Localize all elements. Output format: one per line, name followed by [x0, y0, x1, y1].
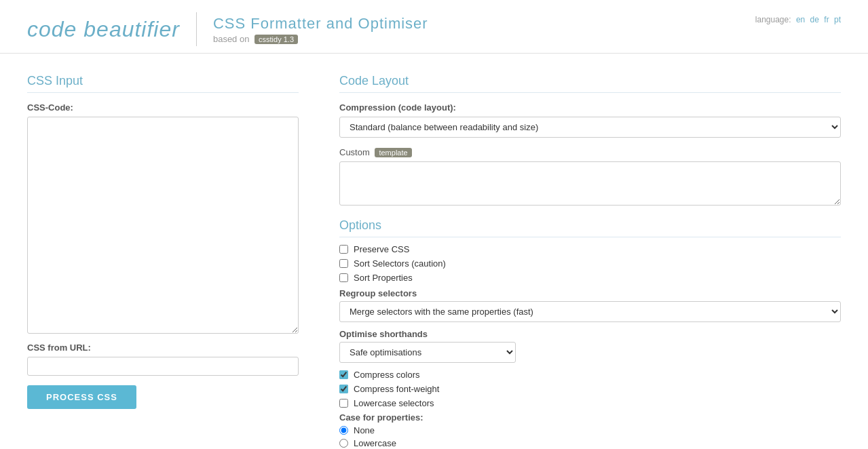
option-row-lowercase-selectors: Lowercase selectors [339, 398, 841, 408]
compress-font-weight-checkbox[interactable] [339, 385, 348, 393]
csstidy-badge: csstidy 1.3 [254, 35, 298, 44]
lang-fr[interactable]: fr [824, 15, 829, 24]
case-lower-radio[interactable] [339, 439, 348, 448]
regroup-select[interactable]: Merge selectors with the same properties… [339, 301, 841, 322]
lang-en[interactable]: en [796, 15, 805, 24]
language-bar: language: en de fr pt [755, 15, 841, 24]
css-from-url-label: CSS from URL: [27, 343, 299, 353]
app-logo: code beautifier [27, 17, 180, 42]
process-css-button[interactable]: PROCESS CSS [27, 385, 136, 409]
option-row-compress-colors: Compress colors [339, 370, 841, 380]
css-code-label: CSS-Code: [27, 102, 299, 113]
css-input-title: CSS Input [27, 74, 299, 93]
optimise-select[interactable]: Safe optimisations No optimisations Full… [339, 342, 516, 363]
lowercase-selectors-label: Lowercase selectors [354, 398, 434, 408]
case-for-properties-label: Case for properties: [339, 412, 841, 423]
option-row-compress-font-weight: Compress font-weight [339, 384, 841, 394]
preserve-css-checkbox[interactable] [339, 245, 348, 254]
case-none-radio[interactable] [339, 426, 348, 435]
header-divider [196, 12, 197, 46]
compression-label: Compression (code layout): [339, 102, 841, 113]
header-subtitle: based on csstidy 1.3 [213, 34, 298, 44]
regroup-selectors-label: Regroup selectors [339, 288, 841, 298]
compress-font-weight-label: Compress font-weight [354, 384, 439, 394]
options-title: Options [339, 218, 841, 237]
sort-selectors-checkbox[interactable] [339, 259, 348, 268]
optimise-shorthands-label: Optimise shorthands [339, 329, 841, 339]
css-url-input[interactable] [27, 357, 299, 376]
option-row-sort-selectors: Sort Selectors (caution) [339, 258, 841, 269]
lang-de[interactable]: de [810, 15, 819, 24]
sort-properties-label: Sort Properties [354, 273, 413, 283]
sort-selectors-label: Sort Selectors (caution) [354, 258, 446, 269]
logo-text: code beautifier [27, 17, 180, 41]
header-right: CSS Formatter and Optimiser based on css… [213, 15, 428, 44]
case-none-label: None [354, 425, 375, 435]
compress-colors-checkbox[interactable] [339, 370, 348, 379]
right-panel: Code Layout Compression (code layout): S… [339, 74, 841, 449]
sort-properties-checkbox[interactable] [339, 273, 348, 282]
template-badge: template [375, 148, 411, 157]
code-layout-title: Code Layout [339, 74, 841, 93]
lowercase-selectors-checkbox[interactable] [339, 399, 348, 408]
app-title: CSS Formatter and Optimiser [213, 15, 428, 33]
option-row-preserve-css: Preserve CSS [339, 244, 841, 254]
case-lower-label: Lowercase [354, 438, 396, 448]
option-row-sort-properties: Sort Properties [339, 273, 841, 283]
css-code-input[interactable] [27, 117, 299, 334]
custom-template-label: Custom template [339, 147, 841, 157]
main-content: CSS Input CSS-Code: CSS from URL: PROCES… [0, 54, 868, 449]
compression-select[interactable]: Standard (balance between readability an… [339, 117, 841, 138]
app-header: code beautifier CSS Formatter and Optimi… [0, 0, 868, 54]
radio-row-case-lower: Lowercase [339, 438, 841, 448]
custom-template-input[interactable] [339, 161, 841, 206]
lang-pt[interactable]: pt [834, 15, 841, 24]
radio-row-case-none: None [339, 425, 841, 435]
preserve-css-label: Preserve CSS [354, 244, 409, 254]
left-panel: CSS Input CSS-Code: CSS from URL: PROCES… [27, 74, 299, 449]
compress-colors-label: Compress colors [354, 370, 420, 380]
